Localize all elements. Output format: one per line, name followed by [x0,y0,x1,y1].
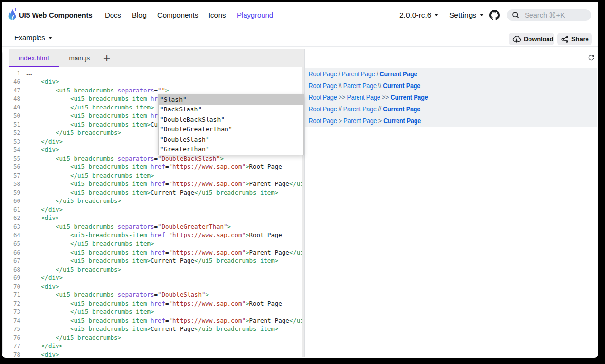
tab-index-html[interactable]: index.html [9,49,59,67]
brand-title[interactable]: UI5 Web Components [19,2,92,28]
code-token [26,300,70,307]
code-token: Parent Page [249,249,289,256]
breadcrumb-link[interactable]: Parent Page [343,105,376,113]
code-token: "https://www.sap.com" [169,180,245,187]
chevron-down-icon [480,14,484,16]
code-token: <div> [41,283,59,290]
code-token: = [154,223,158,230]
breadcrumb-link[interactable]: Parent Page [347,93,380,101]
code-token [26,197,56,204]
code-token [26,129,56,136]
code-token: = [154,291,158,298]
ui5-flame-logo-icon[interactable] [6,7,19,22]
settings-dropdown[interactable]: Settings [449,2,484,28]
nav-item-components[interactable]: Components [157,2,198,28]
download-button[interactable]: Download [509,33,554,45]
code-token: "https://www.sap.com" [169,163,245,170]
tab-main-js[interactable]: main.js [60,49,99,67]
code-token: <div> [41,214,59,221]
site-header: UI5 Web Components Docs Blog Components … [2,2,598,28]
code-token [26,112,70,119]
breadcrumb-link[interactable]: Root Page [308,105,337,113]
line-number: 51 [3,120,26,129]
code-token: href [151,317,165,324]
code-token: href [151,163,165,170]
code-token: </ui5-breadcrumbs-item> [289,317,302,324]
breadcrumb-link[interactable]: Parent Page [341,70,375,78]
refresh-icon[interactable] [588,55,595,61]
code-token: </ui5-breadcrumbs> [56,129,121,136]
breadcrumb-separator: \\ [376,82,382,90]
version-dropdown[interactable]: 2.0.0-rc.6 [399,2,438,28]
autocomplete-option[interactable]: "GreaterThan" [159,145,303,155]
code-token [147,112,151,119]
settings-label: Settings [449,11,476,19]
download-label: Download [524,36,553,43]
code-token [26,121,70,128]
breadcrumb-current: Current Page [383,105,420,113]
code-line: 1… [3,69,302,78]
breadcrumb-link[interactable]: Root Page [308,93,337,101]
nav-item-icons[interactable]: Icons [208,2,226,28]
code-token: </ui5-breadcrumbs-item> [194,189,278,196]
code-token: </ui5-breadcrumbs-item> [194,325,278,332]
code-token: <ui5-breadcrumbs-item [70,231,147,238]
code-token: "DoubleBackSlash" [158,155,220,162]
code-line: 57 </ui5-breadcrumbs-item> [3,171,302,180]
code-token: <ui5-breadcrumbs-item [70,300,147,307]
code-line: 70 <div> [3,282,302,291]
autocomplete-option[interactable]: "BackSlash" [159,105,303,115]
code-token [26,317,70,324]
code-token: </ui5-breadcrumbs> [56,197,121,204]
line-number: 64 [3,231,26,239]
line-number: 63 [3,222,26,231]
code-token [26,172,70,179]
autocomplete-popup: "Slash""BackSlash""DoubleBackSlash""Doub… [158,94,304,155]
breadcrumb-separator: \\ [337,82,343,90]
code-line: 46 <div> [3,77,302,86]
line-number: 77 [3,342,26,350]
code-token: </ui5-breadcrumbs-item> [194,257,278,264]
add-tab-button[interactable]: + [97,49,116,67]
line-number: 69 [3,273,26,282]
code-token: <ui5-breadcrumbs-item> [70,325,151,332]
line-number: 54 [3,146,26,154]
code-line: 72 <ui5-breadcrumbs-item href="https://w… [3,299,302,308]
chevron-down-icon [48,37,52,39]
code-token: <ui5-breadcrumbs-item [70,112,147,119]
examples-label: Examples [14,34,45,42]
autocomplete-option[interactable]: "Slash" [159,95,303,105]
autocomplete-option[interactable]: "DoubleBackSlash" [159,115,303,125]
autocomplete-option[interactable]: "DoubleGreaterThan" [159,125,303,135]
line-number: 55 [3,154,26,163]
code-token: = [154,87,158,94]
breadcrumb-current: Current Page [383,117,421,125]
nav-item-blog[interactable]: Blog [132,2,147,28]
examples-dropdown[interactable]: Examples [14,29,52,47]
code-token: Root Page [249,300,282,307]
breadcrumb-link[interactable]: Parent Page [343,117,377,125]
code-token: "https://www.sap.com" [169,317,245,324]
line-number: 76 [3,333,26,342]
search-input[interactable]: Search ⌘+K [507,9,591,21]
nav-item-docs[interactable]: Docs [105,2,121,28]
breadcrumb-link[interactable]: Root Page [308,82,337,90]
line-number: 48 [3,94,26,103]
code-token [26,163,70,170]
code-token: </ui5-breadcrumbs-item> [70,308,154,315]
code-token: > [165,87,169,94]
breadcrumb-link[interactable]: Parent Page [343,82,376,90]
breadcrumb-link[interactable]: Root Page [308,70,337,78]
autocomplete-option[interactable]: "DoubleSlash" [159,135,303,145]
breadcrumb-link[interactable]: Root Page [308,117,337,125]
share-button[interactable]: Share [557,33,592,45]
github-icon[interactable] [489,10,500,20]
share-icon [561,36,568,43]
code-token [26,308,70,315]
line-number: 68 [3,265,26,274]
code-line: 47 <ui5-breadcrumbs separators=""> [3,86,302,95]
breadcrumb-separator: > [377,117,383,125]
code-token [26,274,41,281]
code-token [147,180,151,187]
nav-item-playground[interactable]: Playground [237,2,273,28]
